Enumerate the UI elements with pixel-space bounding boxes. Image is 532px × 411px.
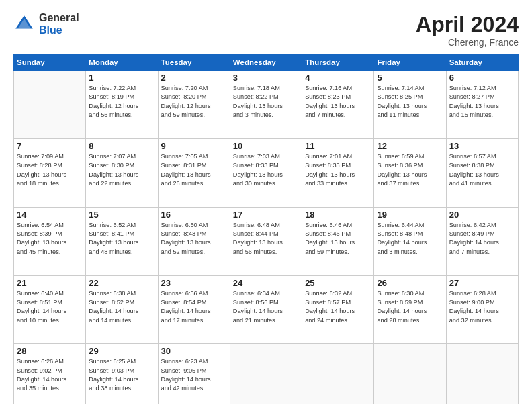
calendar-cell: 26Sunrise: 6:30 AMSunset: 8:59 PMDayligh…: [374, 275, 446, 344]
calendar-cell: 21Sunrise: 6:40 AMSunset: 8:51 PMDayligh…: [14, 275, 86, 344]
calendar-cell: 22Sunrise: 6:38 AMSunset: 8:52 PMDayligh…: [86, 275, 158, 344]
day-info: Sunrise: 7:18 AMSunset: 8:22 PMDaylight:…: [233, 84, 299, 120]
day-number: 3: [233, 73, 299, 83]
weekday-header-saturday: Saturday: [446, 55, 518, 71]
day-info: Sunrise: 6:42 AMSunset: 8:49 PMDaylight:…: [449, 221, 515, 257]
day-number: 11: [305, 141, 371, 151]
calendar-cell: [14, 71, 86, 139]
day-info: Sunrise: 6:59 AMSunset: 8:36 PMDaylight:…: [377, 152, 443, 188]
day-number: 22: [89, 278, 154, 288]
day-info: Sunrise: 7:16 AMSunset: 8:23 PMDaylight:…: [305, 84, 371, 120]
day-info: Sunrise: 6:26 AMSunset: 9:02 PMDaylight:…: [17, 357, 83, 393]
calendar-cell: 7Sunrise: 7:09 AMSunset: 8:28 PMDaylight…: [14, 138, 86, 207]
day-number: 15: [89, 210, 154, 220]
day-info: Sunrise: 6:54 AMSunset: 8:39 PMDaylight:…: [17, 221, 83, 257]
day-number: 21: [17, 278, 83, 288]
day-info: Sunrise: 6:52 AMSunset: 8:41 PMDaylight:…: [89, 221, 154, 257]
calendar-cell: 18Sunrise: 6:46 AMSunset: 8:46 PMDayligh…: [302, 207, 374, 275]
day-info: Sunrise: 6:38 AMSunset: 8:52 PMDaylight:…: [89, 289, 154, 325]
calendar-cell: 8Sunrise: 7:07 AMSunset: 8:30 PMDaylight…: [86, 138, 158, 207]
day-number: 19: [377, 210, 443, 220]
day-info: Sunrise: 7:20 AMSunset: 8:20 PMDaylight:…: [161, 84, 227, 120]
day-info: Sunrise: 7:07 AMSunset: 8:30 PMDaylight:…: [89, 152, 154, 188]
calendar-cell: 12Sunrise: 6:59 AMSunset: 8:36 PMDayligh…: [374, 138, 446, 207]
header: General Blue April 2024 Chereng, France: [13, 12, 519, 48]
calendar-cell: 15Sunrise: 6:52 AMSunset: 8:41 PMDayligh…: [86, 207, 158, 275]
calendar-cell: 23Sunrise: 6:36 AMSunset: 8:54 PMDayligh…: [158, 275, 230, 344]
day-info: Sunrise: 7:05 AMSunset: 8:31 PMDaylight:…: [161, 152, 227, 188]
weekday-header-friday: Friday: [374, 55, 446, 71]
calendar-cell: 29Sunrise: 6:25 AMSunset: 9:03 PMDayligh…: [86, 344, 158, 404]
calendar-cell: 24Sunrise: 6:34 AMSunset: 8:56 PMDayligh…: [230, 275, 302, 344]
day-info: Sunrise: 6:44 AMSunset: 8:48 PMDaylight:…: [377, 221, 443, 257]
day-info: Sunrise: 7:03 AMSunset: 8:33 PMDaylight:…: [233, 152, 299, 188]
calendar-cell: 6Sunrise: 7:12 AMSunset: 8:27 PMDaylight…: [446, 71, 518, 139]
day-number: 7: [17, 141, 83, 151]
day-number: 20: [449, 210, 515, 220]
weekday-row: SundayMondayTuesdayWednesdayThursdayFrid…: [14, 55, 519, 71]
calendar-header: SundayMondayTuesdayWednesdayThursdayFrid…: [14, 55, 519, 71]
calendar-table: SundayMondayTuesdayWednesdayThursdayFrid…: [13, 54, 519, 404]
calendar-cell: 16Sunrise: 6:50 AMSunset: 8:43 PMDayligh…: [158, 207, 230, 275]
day-number: 18: [305, 210, 371, 220]
calendar-cell: 3Sunrise: 7:18 AMSunset: 8:22 PMDaylight…: [230, 71, 302, 139]
week-row-1: 1Sunrise: 7:22 AMSunset: 8:19 PMDaylight…: [14, 71, 519, 139]
weekday-header-monday: Monday: [86, 55, 158, 71]
calendar-cell: 25Sunrise: 6:32 AMSunset: 8:57 PMDayligh…: [302, 275, 374, 344]
day-number: 23: [161, 278, 227, 288]
calendar-cell: 19Sunrise: 6:44 AMSunset: 8:48 PMDayligh…: [374, 207, 446, 275]
day-info: Sunrise: 6:28 AMSunset: 9:00 PMDaylight:…: [449, 289, 515, 325]
day-info: Sunrise: 6:50 AMSunset: 8:43 PMDaylight:…: [161, 221, 227, 257]
day-info: Sunrise: 6:34 AMSunset: 8:56 PMDaylight:…: [233, 289, 299, 325]
logo-blue-text: Blue: [39, 24, 79, 36]
calendar-cell: 30Sunrise: 6:23 AMSunset: 9:05 PMDayligh…: [158, 344, 230, 404]
day-info: Sunrise: 6:30 AMSunset: 8:59 PMDaylight:…: [377, 289, 443, 325]
day-info: Sunrise: 6:23 AMSunset: 9:05 PMDaylight:…: [161, 357, 227, 393]
day-info: Sunrise: 6:46 AMSunset: 8:46 PMDaylight:…: [305, 221, 371, 257]
day-number: 5: [377, 73, 443, 83]
page: General Blue April 2024 Chereng, France …: [0, 0, 532, 411]
day-info: Sunrise: 7:22 AMSunset: 8:19 PMDaylight:…: [89, 84, 154, 120]
day-info: Sunrise: 7:14 AMSunset: 8:25 PMDaylight:…: [377, 84, 443, 120]
week-row-5: 28Sunrise: 6:26 AMSunset: 9:02 PMDayligh…: [14, 344, 519, 404]
calendar-cell: 27Sunrise: 6:28 AMSunset: 9:00 PMDayligh…: [446, 275, 518, 344]
day-info: Sunrise: 7:01 AMSunset: 8:35 PMDaylight:…: [305, 152, 371, 188]
calendar-cell: 13Sunrise: 6:57 AMSunset: 8:38 PMDayligh…: [446, 138, 518, 207]
day-number: 13: [449, 141, 515, 151]
weekday-header-wednesday: Wednesday: [230, 55, 302, 71]
day-info: Sunrise: 6:57 AMSunset: 8:38 PMDaylight:…: [449, 152, 515, 188]
day-number: 4: [305, 73, 371, 83]
day-number: 24: [233, 278, 299, 288]
day-number: 2: [161, 73, 227, 83]
title-month: April 2024: [416, 12, 519, 37]
week-row-4: 21Sunrise: 6:40 AMSunset: 8:51 PMDayligh…: [14, 275, 519, 344]
logo-general-text: General: [39, 12, 79, 24]
day-info: Sunrise: 6:48 AMSunset: 8:44 PMDaylight:…: [233, 221, 299, 257]
calendar-cell: 14Sunrise: 6:54 AMSunset: 8:39 PMDayligh…: [14, 207, 86, 275]
day-number: 10: [233, 141, 299, 151]
day-number: 16: [161, 210, 227, 220]
weekday-header-sunday: Sunday: [14, 55, 86, 71]
day-info: Sunrise: 6:25 AMSunset: 9:03 PMDaylight:…: [89, 357, 154, 393]
day-number: 28: [17, 346, 83, 356]
day-number: 29: [89, 346, 154, 356]
logo-icon: [13, 13, 35, 35]
week-row-2: 7Sunrise: 7:09 AMSunset: 8:28 PMDaylight…: [14, 138, 519, 207]
day-number: 6: [449, 73, 515, 83]
day-info: Sunrise: 7:09 AMSunset: 8:28 PMDaylight:…: [17, 152, 83, 188]
calendar-cell: [446, 344, 518, 404]
day-info: Sunrise: 7:12 AMSunset: 8:27 PMDaylight:…: [449, 84, 515, 120]
calendar-cell: 5Sunrise: 7:14 AMSunset: 8:25 PMDaylight…: [374, 71, 446, 139]
weekday-header-thursday: Thursday: [302, 55, 374, 71]
day-number: 8: [89, 141, 154, 151]
calendar-cell: 28Sunrise: 6:26 AMSunset: 9:02 PMDayligh…: [14, 344, 86, 404]
calendar-cell: [374, 344, 446, 404]
week-row-3: 14Sunrise: 6:54 AMSunset: 8:39 PMDayligh…: [14, 207, 519, 275]
title-location: Chereng, France: [416, 37, 519, 48]
day-info: Sunrise: 6:36 AMSunset: 8:54 PMDaylight:…: [161, 289, 227, 325]
day-number: 9: [161, 141, 227, 151]
weekday-header-tuesday: Tuesday: [158, 55, 230, 71]
day-info: Sunrise: 6:32 AMSunset: 8:57 PMDaylight:…: [305, 289, 371, 325]
day-number: 17: [233, 210, 299, 220]
logo-text: General Blue: [39, 12, 79, 36]
